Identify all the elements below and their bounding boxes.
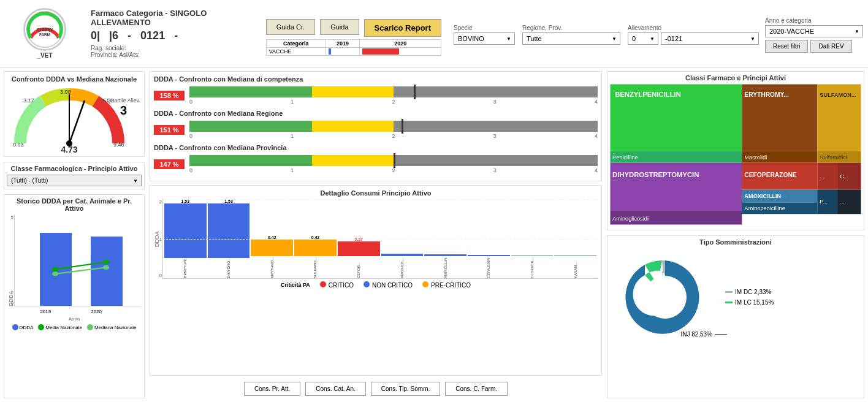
category-chart-table: Categoria 2019 2020 VACCHE bbox=[266, 39, 441, 56]
bar-benzylpe bbox=[164, 203, 207, 258]
farmacologica-title: Classe Farmacologica - Principio Attivo bbox=[7, 165, 142, 172]
tipo-title: Tipo Somministrazioni bbox=[610, 238, 861, 246]
logo-vet-label: _VET bbox=[37, 52, 52, 59]
legend-inj: INJ 82,53% bbox=[680, 331, 727, 338]
bottom-buttons: Cons. Pr. Att. Cons. Cat. An. Cons. Tip.… bbox=[150, 379, 602, 398]
storico-x-label: Anno bbox=[7, 316, 142, 322]
svg-text:CEFOPERAZONE: CEFOPERAZONE bbox=[744, 172, 796, 178]
header-right-filters: Anno e categoria 2020-VACCHE Reset filtr… bbox=[765, 15, 863, 53]
rag-sociale: Rag. sociale: Provincia: Asi/Ats: bbox=[91, 45, 266, 58]
ddda-provincia-pct: 147 % bbox=[154, 159, 185, 169]
bar-dihydro bbox=[208, 203, 250, 258]
svg-point-15 bbox=[103, 265, 109, 270]
cons-pr-att-button[interactable]: Cons. Pr. Att. bbox=[244, 382, 300, 396]
reset-filtri-button[interactable]: Reset filtri bbox=[765, 40, 808, 53]
svg-text:AMOXICILLIN: AMOXICILLIN bbox=[744, 193, 781, 199]
svg-text:9.46: 9.46 bbox=[113, 142, 124, 148]
ddda-provincia-title: DDDA - Confronto con Mediana Provincia bbox=[154, 144, 598, 151]
classi-farmaco-section: Classi Farmaco e Principi Attivi BENZYLP… bbox=[607, 71, 864, 230]
gauge-chart: 0.03 3.17 6.32 9.46 3.00 bbox=[8, 85, 131, 153]
bar-erythro bbox=[251, 240, 293, 256]
legend-media: Media Nazionale bbox=[38, 324, 82, 330]
treemap: BENZYLPENICILLIN ERYTHROMY... SULFAMON..… bbox=[610, 84, 861, 225]
anno-categoria-group: Anno e categoria 2020-VACCHE bbox=[765, 17, 863, 37]
farmacologica-select[interactable]: (Tutti) - (Tutti) bbox=[7, 175, 142, 186]
legend-im-lc: IM LC 15,15% bbox=[725, 299, 774, 306]
ddda-regione-title: DDDA - Confronto con Mediana Regione bbox=[154, 110, 598, 117]
dettaglio-section: Dettaglio Consumi Principio Attivo DDDA … bbox=[150, 185, 602, 376]
storico-section: Storico DDDA per Cat. Animale e Pr. Atti… bbox=[4, 194, 145, 398]
svg-text:FARM: FARM bbox=[39, 32, 50, 37]
svg-text:...: ... bbox=[840, 199, 845, 205]
criticita-legend: Criticità PA CRITICO NON CRITICO PRE-CRI… bbox=[154, 281, 598, 289]
svg-text:Penicilline: Penicilline bbox=[612, 154, 638, 161]
bar-sulfamo bbox=[294, 240, 337, 256]
specie-select[interactable]: BOVINO bbox=[454, 32, 515, 45]
header-buttons: Guida Cr. Guida Scarico Report bbox=[266, 14, 441, 37]
scarico-report-button[interactable]: Scarico Report bbox=[364, 19, 441, 37]
cons-tip-somm-button[interactable]: Cons. Tip. Somm. bbox=[371, 382, 440, 396]
title-area: Farmaco Categoria - SINGOLO ALLEVAMENTO … bbox=[85, 9, 266, 58]
allevamento-select-1[interactable]: 0 bbox=[628, 32, 658, 45]
bar-cefor bbox=[338, 241, 380, 256]
ddda-regione-bar: 01234 bbox=[189, 121, 598, 139]
svg-rect-28 bbox=[610, 163, 742, 211]
cat-vacche-2020 bbox=[360, 47, 441, 55]
dati-rev-button[interactable]: Dati REV bbox=[810, 40, 851, 53]
classi-farmaco-title: Classi Farmaco e Principi Attivi bbox=[610, 74, 861, 82]
regione-filter: Regione, Prov. Tutte bbox=[522, 25, 620, 45]
svg-point-12 bbox=[52, 267, 58, 271]
svg-text:CLASSY: CLASSY bbox=[37, 28, 53, 32]
guida-button[interactable]: Guida bbox=[320, 19, 359, 35]
quartile-box: Quartile Allev. 3 bbox=[107, 97, 140, 118]
legend-im-dc: IM DC 2,33% bbox=[725, 289, 774, 295]
specie-filter: Specie BOVINO bbox=[454, 25, 515, 45]
storico-line-chart bbox=[15, 214, 142, 306]
regione-select[interactable]: Tutte bbox=[522, 32, 620, 45]
svg-text:...: ... bbox=[820, 173, 824, 180]
cat-vacche-2019 bbox=[326, 47, 360, 55]
svg-text:DIHYDROSTREPTOMYCIN: DIHYDROSTREPTOMYCIN bbox=[612, 170, 699, 178]
svg-line-9 bbox=[69, 100, 85, 143]
logo-area: CLASSY FARM _VET bbox=[5, 8, 85, 59]
tipo-content: IM DC 2,33% IM LC 15,15% INJ 82,53% bbox=[610, 248, 861, 346]
cons-cat-an-button[interactable]: Cons. Cat. An. bbox=[305, 382, 365, 396]
ddda-provincia-bar: 01234 bbox=[189, 155, 598, 173]
svg-text:0.03: 0.03 bbox=[13, 142, 24, 148]
cons-c-farm-button[interactable]: Cons. C. Farm. bbox=[445, 382, 508, 396]
guida-cr-button[interactable]: Guida Cr. bbox=[266, 19, 315, 35]
ddda-regione-pct: 151 % bbox=[154, 125, 185, 135]
svg-text:Aminopenicilline: Aminopenicilline bbox=[744, 205, 785, 211]
svg-point-13 bbox=[103, 260, 109, 264]
ddda-competenza-bar: 01234 bbox=[189, 86, 598, 105]
svg-text:3.00: 3.00 bbox=[60, 89, 71, 95]
storico-title: Storico DDDA per Cat. Animale e Pr. Atti… bbox=[7, 197, 142, 212]
svg-point-14 bbox=[52, 271, 58, 276]
gauge-section: Confronto DDDA vs Mediana Nazionale bbox=[4, 71, 145, 157]
legend-mediana: Mediana Nazionale bbox=[87, 324, 137, 330]
tipo-somministrazioni-section: Tipo Somministrazioni bbox=[607, 235, 864, 398]
farm-id: 0| |6 - 0121 - bbox=[91, 29, 178, 42]
gauge-title: Confronto DDDA vs Mediana Nazionale bbox=[8, 75, 140, 83]
svg-text:Aminoglicosidi: Aminoglicosidi bbox=[612, 216, 649, 222]
anno-categoria-select[interactable]: 2020-VACCHE bbox=[765, 25, 863, 37]
dettaglio-title: Dettaglio Consumi Principio Attivo bbox=[154, 189, 598, 197]
storico-y-label: DDDA bbox=[7, 214, 14, 306]
svg-text:3.17: 3.17 bbox=[23, 97, 34, 104]
allevamento-select-2[interactable]: -0121 bbox=[661, 32, 759, 45]
svg-text:Sulfamidici: Sulfamidici bbox=[820, 154, 847, 161]
legend-ddda: DDDA bbox=[12, 324, 34, 330]
classyfarm-logo: CLASSY FARM bbox=[23, 8, 66, 51]
ddda-section: DDDA - Confronto con Mediana di competen… bbox=[150, 71, 602, 181]
farmacologica-section: Classe Farmacologica - Principio Attivo … bbox=[4, 162, 145, 189]
ddda-competenza-title: DDDA - Confronto con Mediana di competen… bbox=[154, 75, 598, 83]
svg-text:ERYTHROMY...: ERYTHROMY... bbox=[744, 91, 789, 98]
svg-point-49 bbox=[644, 276, 687, 319]
svg-text:Macrolidi: Macrolidi bbox=[744, 154, 767, 161]
ddda-competenza-pct: 158 % bbox=[154, 91, 185, 100]
svg-text:4.73: 4.73 bbox=[61, 145, 77, 153]
cat-vacche-label: VACCHE bbox=[266, 47, 326, 55]
allevamento-filter: Allevamento 0 -0121 bbox=[628, 25, 759, 45]
header-filters: Specie BOVINO Regione, Prov. Tutte Allev… bbox=[454, 22, 759, 45]
svg-text:BENZYLPENICILLIN: BENZYLPENICILLIN bbox=[615, 91, 681, 98]
